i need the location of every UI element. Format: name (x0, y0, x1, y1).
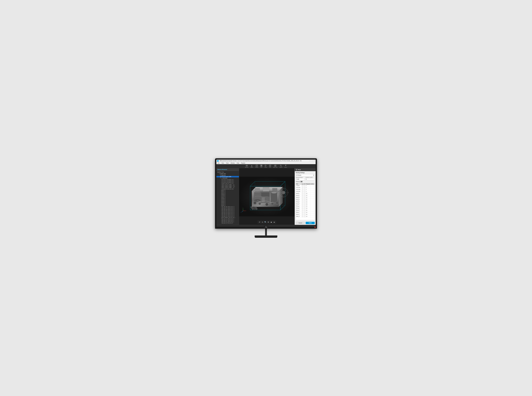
menu-window[interactable]: Window (230, 162, 235, 164)
menu-file[interactable]: File (217, 162, 220, 164)
tree-part-1[interactable]: VACUUM_CLEANER_02_1 (216, 180, 239, 182)
window-controls[interactable]: — □ ✕ (309, 160, 315, 162)
tree-part-21[interactable]: Clip_part_07_2016_04_27_1 (216, 207, 239, 209)
table-row[interactable]: gear05_ 10 (296, 200, 315, 202)
tree-part-17[interactable]: gear03_1 (216, 202, 239, 203)
cancel-button[interactable]: Cancel (296, 222, 305, 224)
zoom-button[interactable]: 🔍 (264, 221, 267, 223)
menu-register[interactable]: Register (241, 162, 246, 164)
iteration-cycles-input[interactable] (305, 178, 315, 180)
cell-lock-xy[interactable] (301, 191, 304, 192)
shading-button[interactable]: ◆ (270, 221, 272, 223)
tree-part-12[interactable]: gear08_1 (216, 195, 239, 197)
nester-type-dropdown[interactable]: 2D Nester ▼ (296, 174, 315, 176)
cell-lock-xy[interactable] (301, 210, 304, 212)
table-row[interactable]: gear12_ 10 (296, 214, 315, 216)
cell-all[interactable] (304, 200, 306, 202)
cell-lock-xy[interactable] (301, 196, 304, 198)
table-row[interactable]: gear08_ 10 (296, 206, 315, 208)
tree-part-27[interactable]: Clip_part_01_2016_04_27_1 (216, 215, 239, 217)
tree-part-4[interactable]: Tablet_Support_Waffle___W... (216, 184, 239, 186)
maximize-button[interactable]: □ (311, 160, 313, 162)
menu-help[interactable]: Help (236, 162, 239, 164)
menu-view[interactable]: View (221, 162, 224, 164)
toolbar-export[interactable]: Export (284, 165, 287, 168)
tree-machine[interactable]: ⚙ Machine (216, 175, 239, 176)
cell-lock-xy[interactable] (301, 194, 304, 196)
parts-table[interactable]: Part Lock XY All Requested Un-Ne Turbine (296, 183, 315, 220)
tree-part-2[interactable]: VACUUM_CLEANER_01_1 (216, 182, 239, 183)
cell-all[interactable] (304, 198, 306, 200)
table-row[interactable]: VACUU8 1 (296, 187, 315, 189)
cell-lock-xy[interactable] (301, 198, 304, 200)
table-row[interactable]: gear04_ 10 (296, 198, 315, 200)
tree-part-15[interactable]: gear05_1 (216, 199, 239, 201)
cell-lock-xy[interactable] (301, 212, 304, 214)
table-row[interactable]: gear02_ 10 (296, 194, 315, 196)
toolbar-import[interactable]: Import (251, 165, 253, 168)
tree-part-16[interactable]: gear04_1 (216, 201, 239, 202)
tree-part-5[interactable]: Tablet_Support_Waffle___TA... (216, 186, 239, 187)
cell-all[interactable] (304, 214, 306, 215)
toolbar-slide-view[interactable]: Slide View (273, 165, 277, 168)
settings-button[interactable]: ⚙ (267, 221, 269, 223)
tree-part-0[interactable]: VACUUM_CLEANER_03_1 (216, 179, 239, 180)
close-button[interactable]: ✕ (313, 160, 315, 162)
apply-button[interactable]: Apply (306, 222, 315, 224)
tree-part-9[interactable]: gear11_1 (216, 191, 239, 192)
cell-all[interactable] (304, 187, 306, 189)
cell-lock-xy[interactable] (301, 216, 304, 217)
reset-view-button[interactable]: ↺ (258, 221, 261, 223)
cell-all[interactable] (304, 206, 306, 208)
table-row[interactable]: gear09_ 10 (296, 208, 315, 210)
cell-all[interactable] (304, 196, 306, 198)
tree-part-30[interactable]: Clip_part_01_2016_04_27_... (216, 220, 239, 221)
table-row[interactable]: gear11_ 10 (296, 212, 315, 214)
cell-all[interactable] (304, 216, 306, 217)
cell-lock-xy[interactable] (301, 204, 304, 206)
tree-part-13[interactable]: gear07_1 (216, 197, 239, 198)
thermal-toggle[interactable] (300, 181, 303, 182)
tree-part-6[interactable]: Tablet_Support_Waffle___R... (216, 187, 239, 188)
viewport[interactable]: X Y Z ↺ ⊙ 🔍 ⚙ ◆ ◈ (239, 168, 295, 225)
menu-tools[interactable]: Tools (226, 162, 229, 164)
toolbar-labels[interactable]: Labels (264, 165, 267, 168)
tree-machine-name[interactable]: ◈ HP Jet Fusion 5200 (216, 176, 239, 177)
tree-part-22[interactable]: Clip_part_06_2016_04_27_1 (216, 209, 239, 210)
tree-part-25[interactable]: Clip_part_03_2016_04_27_1 (216, 213, 239, 214)
table-row[interactable]: prt05_fl 10 (296, 216, 315, 218)
cell-all[interactable] (304, 202, 306, 204)
toolbar-inspect[interactable]: Inspect (279, 165, 282, 168)
tree-part-31[interactable]: Clip_part_01_2016_04_27_... (216, 221, 239, 222)
wireframe-button[interactable]: ◈ (273, 221, 275, 223)
tree-part-26[interactable]: Clip_part_02_2016_04_27_1 (216, 214, 239, 215)
cell-all[interactable] (304, 212, 306, 214)
toolbar-slice[interactable]: Slice (269, 165, 271, 168)
table-row[interactable]: VACUU9 1 (296, 191, 315, 192)
cell-lock-xy[interactable] (301, 206, 304, 208)
tree-part-18[interactable]: gear02_1 (216, 203, 239, 205)
cell-all[interactable] (304, 189, 306, 191)
tree-geometry[interactable]: ▼ △ Geometry (216, 177, 239, 179)
tree-part-14[interactable]: gear06_1 (216, 198, 239, 199)
toolbar-machine[interactable]: Machine (245, 165, 248, 168)
cell-all[interactable] (304, 185, 306, 187)
table-row[interactable]: gear06_ 10 (296, 202, 315, 204)
tree-area[interactable]: Additive Tree ▼ ⊞ AMT Part ⚙ Machine (216, 171, 239, 225)
toolbar-coupon[interactable]: Coupon (255, 165, 258, 168)
cell-lock-xy[interactable] (301, 189, 304, 191)
cell-lock-xy[interactable] (301, 192, 304, 194)
table-row[interactable]: gear03_ 10 (296, 196, 315, 198)
tree-part-3[interactable]: Turbine_2016_04_12_v2_1 (216, 183, 239, 184)
cell-all[interactable] (304, 210, 306, 212)
toolbar-nest[interactable]: Nest (260, 165, 262, 168)
tree-part-23[interactable]: Clip_part_05_2016_04_27_1 (216, 210, 239, 211)
tree-part-8[interactable]: gear12_1 (216, 190, 239, 191)
cell-all[interactable] (304, 192, 306, 194)
tree-amt-part[interactable]: ▼ ⊞ AMT Part (216, 173, 239, 175)
cell-lock-xy[interactable] (301, 214, 304, 215)
cell-all[interactable] (304, 191, 306, 192)
table-row[interactable]: gear07_ 10 (296, 204, 315, 206)
tree-part-11[interactable]: gear09_1 (216, 194, 239, 195)
table-row[interactable]: Turbine 1 (296, 185, 315, 187)
